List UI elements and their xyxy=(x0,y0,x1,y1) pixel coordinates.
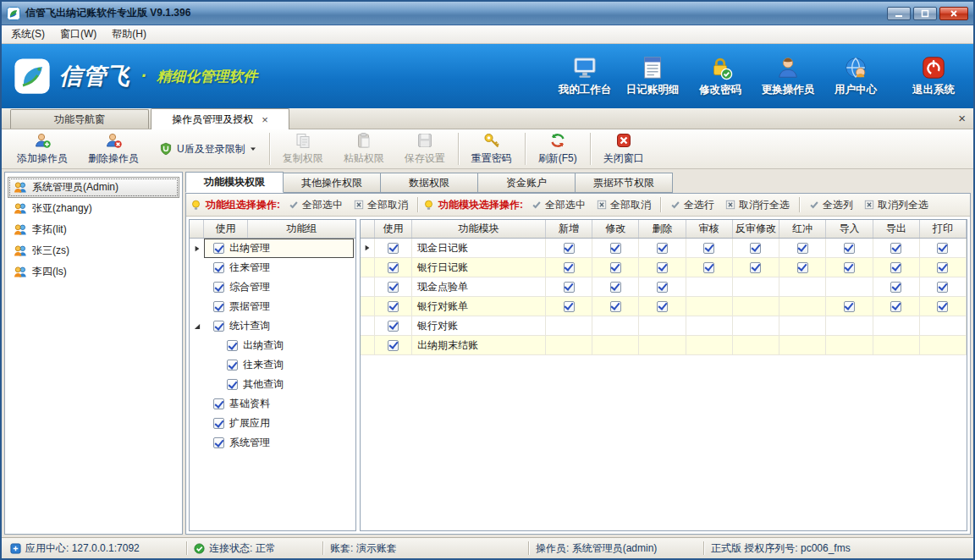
perm-checkbox[interactable] xyxy=(937,243,948,254)
group-use-checkbox[interactable] xyxy=(227,340,238,351)
group-use-checkbox[interactable] xyxy=(213,321,224,332)
group-row-content[interactable]: 综合管理 xyxy=(204,277,354,297)
group-use-checkbox[interactable] xyxy=(213,243,224,254)
close-button[interactable] xyxy=(939,7,968,20)
perm-checkbox[interactable] xyxy=(750,262,761,273)
perm-checkbox[interactable] xyxy=(657,301,668,312)
maximize-button[interactable] xyxy=(913,7,937,20)
refresh-button[interactable]: 刷新(F5) xyxy=(528,131,587,167)
group-use-checkbox[interactable] xyxy=(213,398,224,409)
operator-item-0[interactable]: 系统管理员(Admin) xyxy=(8,177,179,198)
perm-checkbox[interactable] xyxy=(564,301,575,312)
group-row-content[interactable]: 票据管理 xyxy=(204,297,354,316)
exit-system-button[interactable]: 退出系统 xyxy=(906,55,961,97)
tab-module-permissions[interactable]: 功能模块权限 xyxy=(185,172,284,193)
group-use-checkbox[interactable] xyxy=(213,282,224,293)
group-row-7[interactable]: 其他查询 xyxy=(190,375,355,394)
add-operator-button[interactable]: 添加操作员 xyxy=(7,131,78,167)
perm-checkbox[interactable] xyxy=(564,282,575,293)
perm-checkbox[interactable] xyxy=(703,243,714,254)
module-row-3[interactable]: 银行对账单 xyxy=(361,297,967,316)
group-row-5[interactable]: 出纳查询 xyxy=(190,336,355,355)
module-use-checkbox[interactable] xyxy=(388,340,399,351)
operator-item-2[interactable]: 李拓(lit) xyxy=(8,219,179,240)
group-cancel-all-button[interactable]: 全部取消 xyxy=(350,195,412,215)
change-password-button[interactable]: 修改密码 xyxy=(692,55,748,97)
perm-checkbox[interactable] xyxy=(610,262,621,273)
menu-item-0[interactable]: 系统(S) xyxy=(3,25,52,44)
tab-data-permissions[interactable]: 数据权限 xyxy=(380,173,478,193)
perm-checkbox[interactable] xyxy=(703,262,714,273)
group-row-content[interactable]: 统计查询 xyxy=(204,316,354,336)
perm-checkbox[interactable] xyxy=(844,262,855,273)
perm-checkbox[interactable] xyxy=(564,243,575,254)
module-use-checkbox[interactable] xyxy=(388,301,399,312)
tab-close-icon[interactable]: × xyxy=(262,114,268,125)
operator-item-3[interactable]: 张三(zs) xyxy=(8,240,179,261)
menu-item-2[interactable]: 帮助(H) xyxy=(104,25,154,44)
perm-checkbox[interactable] xyxy=(564,262,575,273)
group-row-content[interactable]: 往来查询 xyxy=(204,355,354,375)
group-row-content[interactable]: 出纳查询 xyxy=(204,336,354,355)
module-row-4[interactable]: 银行对账 xyxy=(361,316,967,336)
tab-function-navigator[interactable]: 功能导航窗 xyxy=(10,109,149,129)
journal-detail-button[interactable]: 日记账明细 xyxy=(625,55,680,97)
copy-permission-button[interactable]: 复制权限 xyxy=(273,131,333,167)
perm-checkbox[interactable] xyxy=(937,282,948,293)
module-use-checkbox[interactable] xyxy=(388,282,399,293)
group-row-2[interactable]: 综合管理 xyxy=(190,277,355,297)
perm-checkbox[interactable] xyxy=(610,243,621,254)
group-row-content[interactable]: 往来管理 xyxy=(204,258,354,277)
group-row-content[interactable]: 扩展应用 xyxy=(204,414,354,433)
tab-other-permissions[interactable]: 其他操作权限 xyxy=(283,173,381,193)
group-use-checkbox[interactable] xyxy=(213,437,224,448)
perm-checkbox[interactable] xyxy=(844,243,855,254)
perm-checkbox[interactable] xyxy=(657,243,668,254)
perm-checkbox[interactable] xyxy=(890,262,901,273)
group-use-checkbox[interactable] xyxy=(213,301,224,312)
group-use-checkbox[interactable] xyxy=(213,262,224,273)
group-row-0[interactable]: 出纳管理 xyxy=(190,239,355,258)
select-rows-button[interactable]: 全选行 xyxy=(666,195,719,215)
perm-checkbox[interactable] xyxy=(750,243,761,254)
group-row-content[interactable]: 系统管理 xyxy=(204,433,354,453)
group-row-3[interactable]: 票据管理 xyxy=(190,297,355,316)
group-row-content[interactable]: 基础资料 xyxy=(204,394,354,414)
paste-permission-button[interactable]: 粘贴权限 xyxy=(333,131,394,167)
group-select-all-button[interactable]: 全部选中 xyxy=(284,195,347,215)
operator-item-1[interactable]: 张亚(zhangy) xyxy=(8,198,179,219)
perm-checkbox[interactable] xyxy=(890,301,901,312)
perm-checkbox[interactable] xyxy=(610,282,621,293)
group-row-4[interactable]: 统计查询 xyxy=(190,316,355,336)
tab-fund-accounts[interactable]: 资金账户 xyxy=(477,173,576,193)
perm-checkbox[interactable] xyxy=(844,301,855,312)
reset-password-button[interactable]: 重置密码 xyxy=(461,131,522,167)
module-row-2[interactable]: 现金点验单 xyxy=(361,277,967,297)
module-use-checkbox[interactable] xyxy=(388,262,399,273)
minimize-button[interactable] xyxy=(887,7,911,20)
group-row-6[interactable]: 往来查询 xyxy=(190,355,355,375)
perm-checkbox[interactable] xyxy=(890,243,901,254)
group-use-checkbox[interactable] xyxy=(227,379,238,390)
group-row-10[interactable]: 系统管理 xyxy=(190,433,355,453)
perm-checkbox[interactable] xyxy=(937,262,948,273)
group-row-9[interactable]: 扩展应用 xyxy=(190,414,355,433)
group-row-8[interactable]: 基础资料 xyxy=(190,394,355,414)
operator-item-4[interactable]: 李四(ls) xyxy=(8,261,179,283)
group-row-1[interactable]: 往来管理 xyxy=(190,258,355,277)
save-settings-button[interactable]: 保存设置 xyxy=(394,131,455,167)
cancel-cols-button[interactable]: 取消列全选 xyxy=(860,195,933,215)
group-row-content[interactable]: 其他查询 xyxy=(204,375,354,394)
perm-checkbox[interactable] xyxy=(797,243,808,254)
perm-checkbox[interactable] xyxy=(610,301,621,312)
close-window-button[interactable]: 关闭窗口 xyxy=(593,131,654,167)
module-row-0[interactable]: 现金日记账 xyxy=(361,239,967,258)
menu-item-1[interactable]: 窗口(W) xyxy=(52,25,104,44)
my-workspace-button[interactable]: 我的工作台 xyxy=(557,55,613,97)
group-use-checkbox[interactable] xyxy=(213,418,224,429)
module-cancel-all-button[interactable]: 全部取消 xyxy=(592,195,655,215)
module-use-checkbox[interactable] xyxy=(388,243,399,254)
tab-bill-permissions[interactable]: 票据环节权限 xyxy=(575,173,673,193)
module-row-1[interactable]: 银行日记账 xyxy=(361,258,967,277)
perm-checkbox[interactable] xyxy=(890,282,901,293)
